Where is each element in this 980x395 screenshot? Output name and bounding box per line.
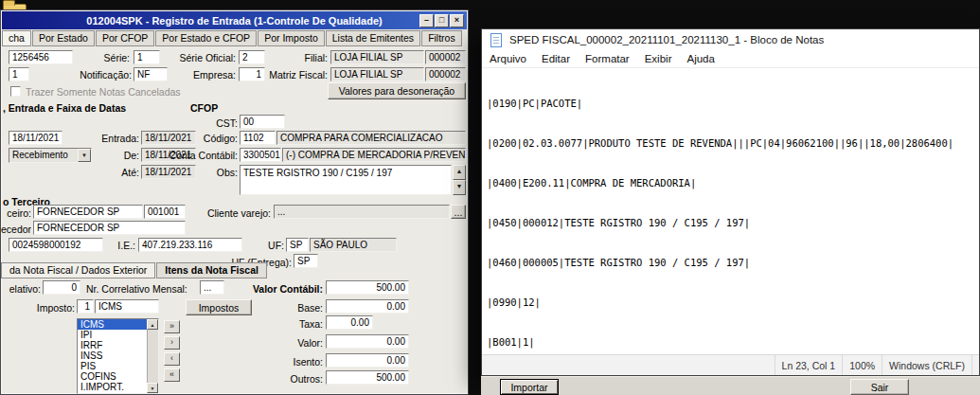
imposto-listbox[interactable]: ICMS IPI IRRF INSS PIS COFINS I.IMPORT. … bbox=[77, 318, 159, 394]
ie-field[interactable]: 407.219.233.116 bbox=[138, 238, 242, 252]
matriz-fiscal-field[interactable]: LOJA FILIAL SP bbox=[330, 67, 424, 81]
valor-contabil-label: Valor Contábil: bbox=[236, 282, 323, 296]
move-left-all-icon[interactable]: « bbox=[164, 368, 180, 382]
tab-por-imposto[interactable]: Por Imposto bbox=[258, 30, 325, 46]
scroll-down-icon[interactable]: ▼ bbox=[147, 383, 158, 393]
tab-por-cfop[interactable]: Por CFOP bbox=[96, 30, 154, 46]
matriz-fiscal-code-field[interactable]: 000002 bbox=[425, 67, 466, 81]
cnpj-field[interactable]: 0024598000192 bbox=[9, 238, 103, 252]
tab-itens-nota-fiscal[interactable]: Itens da Nota Fiscal bbox=[156, 262, 267, 278]
valor-field[interactable]: 0.00 bbox=[326, 334, 409, 349]
base-label: Base: bbox=[285, 301, 323, 314]
serie-oficial-field[interactable]: 2 bbox=[239, 50, 265, 64]
minimize-icon[interactable]: – bbox=[419, 14, 434, 27]
notepad-text-area[interactable]: |0190|PC|PACOTE| |0200|02.03.0077|PRODUT… bbox=[482, 69, 979, 354]
notificacao-field[interactable]: NF bbox=[134, 67, 168, 81]
notepad-menubar: Arquivo Editar Formatar Exibir Ajuda bbox=[482, 50, 979, 68]
tab-por-estado[interactable]: Por Estado bbox=[32, 30, 95, 46]
emissao-field[interactable]: 18/11/2021 bbox=[9, 131, 62, 145]
listbox-scrollbar[interactable]: ▲ ▼ bbox=[147, 319, 158, 393]
imposto-num-field[interactable]: 1 bbox=[77, 299, 94, 314]
scroll-down-icon[interactable]: ▼ bbox=[453, 180, 466, 195]
taxa-label: Taxa: bbox=[285, 317, 323, 331]
browse-button[interactable]: ... bbox=[451, 205, 466, 219]
maximize-icon[interactable]: □ bbox=[435, 14, 449, 27]
valor-label: Valor: bbox=[285, 336, 323, 350]
codigo-field[interactable]: 1102 bbox=[240, 131, 276, 145]
importar-button[interactable]: Importar bbox=[500, 379, 559, 395]
impostos-button[interactable]: Impostos bbox=[186, 299, 252, 315]
uf-entrega-field[interactable]: SP bbox=[294, 254, 318, 268]
cliente-varejo-field[interactable]: ... bbox=[274, 205, 450, 219]
canceladas-checkbox[interactable] bbox=[10, 86, 21, 97]
scroll-up-icon[interactable]: ▲ bbox=[453, 165, 466, 180]
menu-editar[interactable]: Editar bbox=[534, 53, 578, 64]
cst-field[interactable]: 00 bbox=[240, 115, 285, 129]
erp-tab-strip: cha Por Estado Por CFOP Por Estado e CFO… bbox=[2, 30, 462, 46]
erp-titlebar[interactable]: 012004SPK - Registro de Entrada (1-Contr… bbox=[2, 11, 467, 29]
scroll-up-icon[interactable]: ▲ bbox=[147, 319, 158, 330]
notepad-window-title: SPED FISCAL_000002_20211101_20211130_1 -… bbox=[509, 34, 824, 45]
tab-por-estado-e-cfop[interactable]: Por Estado e CFOP bbox=[155, 30, 257, 46]
nf-number-field[interactable]: 1256456 bbox=[9, 50, 73, 64]
empresa-field[interactable]: 1 bbox=[239, 67, 265, 81]
valor-contabil-field[interactable]: 500.00 bbox=[326, 280, 409, 295]
fornecedor-field[interactable]: FORNECEDOR SP bbox=[33, 221, 186, 235]
move-right-all-icon[interactable]: » bbox=[164, 320, 180, 333]
correlativo-field[interactable]: 0 bbox=[43, 280, 80, 295]
codigo-desc-field: COMPRA PARA COMERCIALIZACAO bbox=[276, 131, 466, 145]
uf-field[interactable]: SP bbox=[286, 238, 309, 252]
sped-line: |0400|E200.11|COMPRA DE MERCADORIA| bbox=[487, 176, 979, 189]
tipo-dropdown[interactable]: Recebimento ▼ bbox=[9, 148, 92, 163]
notepad-icon bbox=[490, 33, 502, 47]
tab-filtros[interactable]: Filtros bbox=[421, 30, 462, 46]
nf-tab-strip: da Nota Fiscal / Dados Exterior Itens da… bbox=[1, 262, 267, 278]
sped-line: |0190|PC|PACOTE| bbox=[487, 97, 979, 110]
notepad-titlebar[interactable]: SPED FISCAL_000002_20211101_20211130_1 -… bbox=[482, 29, 979, 50]
filial-code-field[interactable]: 000002 bbox=[425, 50, 466, 64]
tab-dados-nota-fiscal[interactable]: da Nota Fiscal / Dados Exterior bbox=[1, 262, 155, 278]
menu-arquivo[interactable]: Arquivo bbox=[482, 53, 534, 64]
erp-window-title: 012004SPK - Registro de Entrada (1-Contr… bbox=[86, 15, 382, 27]
desoneracao-button[interactable]: Valores para desoneração bbox=[328, 82, 466, 99]
move-right-icon[interactable]: › bbox=[164, 336, 180, 350]
notepad-statusbar: Ln 23, Col 1 100% Windows (CRLF) bbox=[482, 354, 979, 375]
ie-label: I.E.: bbox=[107, 239, 135, 252]
obs-field[interactable]: TESTE RGISTRO 190 / C195 / 197 bbox=[240, 165, 452, 195]
terceiro-codigo-field[interactable]: 001001 bbox=[144, 205, 186, 219]
menu-formatar[interactable]: Formatar bbox=[578, 53, 637, 64]
chevron-down-icon[interactable]: ▼ bbox=[78, 149, 91, 162]
serie-oficial-label: Série Oficial: bbox=[169, 51, 236, 64]
isento-field[interactable]: 0.00 bbox=[326, 353, 409, 368]
notepad-window: SPED FISCAL_000002_20211101_20211130_1 -… bbox=[481, 28, 980, 376]
close-icon[interactable]: × bbox=[450, 14, 464, 27]
outros-field[interactable]: 500.00 bbox=[326, 370, 409, 385]
ate-field[interactable]: 18/11/2021 bbox=[141, 165, 196, 179]
move-left-icon[interactable]: ‹ bbox=[164, 352, 180, 366]
cfop-section-title: CFOP bbox=[190, 102, 218, 114]
filial-field[interactable]: LOJA FILIAL SP bbox=[330, 50, 424, 64]
via-field[interactable]: 1 bbox=[9, 67, 29, 81]
terceiro-nome-field[interactable]: FORNECEDOR SP bbox=[33, 205, 143, 219]
serie-label: Série: bbox=[92, 51, 130, 64]
taxa-field[interactable]: 0.00 bbox=[326, 315, 373, 330]
outros-label: Outros: bbox=[285, 372, 323, 386]
terceiro-label: ceiro: bbox=[1, 206, 31, 220]
cliente-varejo-label: Cliente varejo: bbox=[190, 206, 271, 220]
correlativo-label: elativo: bbox=[1, 282, 41, 296]
conta-contabil-field[interactable]: 3300501 bbox=[240, 148, 281, 162]
base-field[interactable]: 0.00 bbox=[326, 299, 409, 314]
erp-window: 012004SPK - Registro de Entrada (1-Contr… bbox=[0, 9, 469, 395]
datas-section-title: , Entrada e Faixa de Datas bbox=[3, 102, 126, 114]
serie-field[interactable]: 1 bbox=[134, 50, 160, 64]
imposto-nome-field[interactable]: ICMS bbox=[95, 299, 159, 314]
sair-button[interactable]: Sair bbox=[850, 379, 909, 395]
de-label: De: bbox=[115, 149, 139, 162]
entrada-field[interactable]: 18/11/2021 bbox=[141, 131, 196, 145]
menu-exibir[interactable]: Exibir bbox=[637, 53, 680, 64]
sped-line: |B001|1| bbox=[487, 335, 979, 349]
tab-ficha[interactable]: cha bbox=[2, 30, 31, 46]
correlativo-mensal-field[interactable]: ... bbox=[200, 280, 224, 295]
menu-ajuda[interactable]: Ajuda bbox=[679, 53, 722, 64]
tab-lista-de-emitentes[interactable]: Lista de Emitentes bbox=[326, 30, 420, 46]
